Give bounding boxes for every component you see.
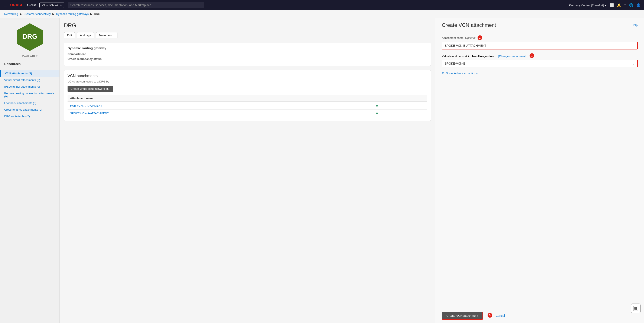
status-indicator-1 — [376, 105, 378, 106]
step-2-badge: 2 — [530, 53, 534, 58]
attachment-name-input[interactable] — [442, 42, 638, 50]
sidebar-divider — [3, 68, 56, 68]
drg-status-label: AVAILABLE — [22, 54, 38, 58]
vcn-field-group: Virtual cloud network in IwanHoogendoorn… — [442, 54, 638, 67]
bell-icon[interactable]: 🔔 — [617, 3, 621, 7]
attachment-link-1[interactable]: HUB-VCN-ATTACHMENT — [70, 104, 102, 107]
sidebar-item-vcn-attachments[interactable]: VCN attachments (2) — [0, 70, 60, 77]
svg-point-7 — [635, 308, 636, 309]
table-section: VCN attachments VCNs are connected to a … — [64, 70, 431, 121]
step-3-badge: 3 — [488, 313, 492, 318]
info-section-title: Dynamic routing gateway — [68, 46, 427, 50]
cancel-button[interactable]: Cancel — [496, 314, 505, 318]
svg-point-5 — [634, 309, 635, 310]
sidebar-item-cross-tenancy[interactable]: Cross-tenancy attachments (0) — [0, 106, 60, 113]
compartment-label: Compartment: — [68, 52, 106, 56]
help-widget[interactable] — [631, 304, 640, 313]
sidebar-item-remote-peering[interactable]: Remote peering connection attachments (0… — [0, 90, 60, 100]
sidebar-item-ipsec[interactable]: IPSec tunnel attachments (0) — [0, 83, 60, 90]
advanced-options-link[interactable]: ⚙ Show Advanced options — [442, 72, 638, 75]
region-selector[interactable]: Germany Central (Frankfurt) ▾ — [569, 4, 606, 7]
right-panel: Create VCN attachment Help Attachment na… — [435, 18, 644, 323]
action-buttons: Edit Add tags Move reso... — [64, 32, 431, 38]
attachment-link-2[interactable]: SPOKE-VCN-A-ATTACHMENT — [70, 112, 109, 115]
panel-body: Attachment name Optional 1 Virtual cloud… — [435, 32, 644, 308]
svg-point-10 — [635, 307, 636, 308]
redundancy-row: Oracle redundancy status: — — [68, 57, 427, 60]
table-cell-name-2: SPOKE-VCN-A-ATTACHMENT — [68, 110, 374, 117]
advanced-options-label: Show Advanced options — [446, 72, 478, 75]
resources-heading: Resources — [0, 62, 21, 66]
help-icon[interactable]: ? — [624, 3, 626, 7]
screen-icon[interactable]: ⬜ — [610, 3, 614, 7]
svg-point-6 — [636, 309, 637, 310]
breadcrumb-sep-2: ▶ — [52, 12, 54, 16]
center-content: DRG Edit Add tags Move reso... Dynamic r… — [60, 18, 435, 323]
globe-icon[interactable]: 🌐 — [629, 3, 633, 7]
vcn-select[interactable]: SPOKE-VCN-B — [442, 60, 638, 67]
change-compartment-link[interactable]: (Change compartment) — [498, 54, 526, 58]
breadcrumb: Networking ▶ Customer connectivity ▶ Dyn… — [0, 10, 644, 18]
drg-hexagon-icon: DRG — [15, 22, 45, 52]
table-section-title: VCN attachments — [68, 74, 427, 78]
help-widget-icon — [633, 306, 638, 311]
create-vcn-attachment-button[interactable]: Create VCN attachment — [442, 312, 483, 320]
breadcrumb-drg: DRG — [94, 12, 100, 16]
user-icon[interactable]: 👤 — [636, 3, 640, 7]
edit-button[interactable]: Edit — [64, 32, 75, 38]
table-description: VCNs are connected to a DRG by — [68, 80, 427, 83]
status-indicator-2 — [376, 112, 378, 114]
breadcrumb-dynamic-routing[interactable]: Dynamic routing gateways — [56, 12, 88, 16]
bottom-bar: Terms of Use and Privacy Cookie Preferen… — [0, 323, 644, 324]
panel-title: Create VCN attachment — [442, 22, 496, 28]
nav-icons: ⬜ 🔔 ? 🌐 👤 — [610, 3, 640, 7]
region-chevron-icon: ▾ — [605, 4, 606, 7]
panel-footer: Create VCN attachment 3 Cancel — [435, 308, 644, 323]
breadcrumb-sep-1: ▶ — [20, 12, 22, 16]
move-resource-button[interactable]: Move reso... — [96, 32, 118, 38]
breadcrumb-networking[interactable]: Networking — [4, 12, 18, 16]
svg-point-9 — [636, 308, 637, 309]
table-cell-status-1 — [374, 102, 427, 110]
top-navigation: ☰ ORACLE Cloud Cloud Classic > Germany C… — [0, 0, 644, 10]
oracle-logo: ORACLE Cloud — [10, 3, 36, 7]
compartment-row: Compartment: — [68, 52, 427, 56]
step-1-badge: 1 — [478, 36, 482, 40]
svg-point-4 — [636, 307, 637, 308]
breadcrumb-sep-3: ▶ — [90, 12, 92, 16]
table-cell-name-1: HUB-VCN-ATTACHMENT — [68, 102, 374, 110]
table-cell-status-2 — [374, 110, 427, 117]
svg-point-11 — [635, 309, 636, 310]
info-section: Dynamic routing gateway Compartment: Ora… — [64, 43, 431, 66]
search-input[interactable] — [68, 2, 204, 8]
sliders-icon: ⚙ — [442, 72, 444, 75]
cloud-classic-button[interactable]: Cloud Classic > — [40, 2, 64, 8]
sidebar-item-drg-route-tables[interactable]: DRG route tables (2) — [0, 113, 60, 120]
svg-point-8 — [634, 308, 635, 309]
vcn-label-row: Virtual cloud network in IwanHoogendoorn… — [442, 54, 638, 58]
attachments-table: Attachment name HUB-VCN-ATTACHMENT — [68, 95, 427, 117]
table-row: HUB-VCN-ATTACHMENT — [68, 102, 427, 110]
vcn-select-wrapper: SPOKE-VCN-B ⌄ — [442, 60, 638, 67]
panel-header: Create VCN attachment Help — [435, 18, 644, 32]
col-status — [374, 95, 427, 102]
attachment-name-group: Attachment name Optional 1 — [442, 36, 638, 50]
nav-right: Germany Central (Frankfurt) ▾ ⬜ 🔔 ? 🌐 👤 — [569, 3, 640, 7]
sidebar-nav: VCN attachments (2) Virtual circuit atta… — [0, 70, 60, 120]
page-title: DRG — [64, 22, 431, 29]
sidebar-item-virtual-circuit[interactable]: Virtual circuit attachments (0) — [0, 77, 60, 83]
main-layout: DRG AVAILABLE Resources VCN attachments … — [0, 18, 644, 323]
breadcrumb-customer-connectivity[interactable]: Customer connectivity — [24, 12, 51, 16]
redundancy-value: — — [108, 57, 110, 60]
region-label: Germany Central (Frankfurt) — [569, 4, 604, 7]
hamburger-menu[interactable]: ☰ — [4, 3, 7, 8]
add-tags-button[interactable]: Add tags — [77, 32, 94, 38]
vcn-compartment-name: IwanHoogendoorn — [472, 54, 496, 58]
redundancy-label: Oracle redundancy status: — [68, 57, 106, 60]
create-vcn-table-button[interactable]: Create virtual cloud network at... — [68, 86, 113, 92]
oracle-wordmark: ORACLE — [10, 3, 26, 7]
left-sidebar: DRG AVAILABLE Resources VCN attachments … — [0, 18, 60, 323]
sidebar-item-loopback[interactable]: Loopback attachments (0) — [0, 100, 60, 106]
panel-help-link[interactable]: Help — [632, 24, 638, 27]
attachment-name-label: Attachment name Optional 1 — [442, 36, 638, 40]
